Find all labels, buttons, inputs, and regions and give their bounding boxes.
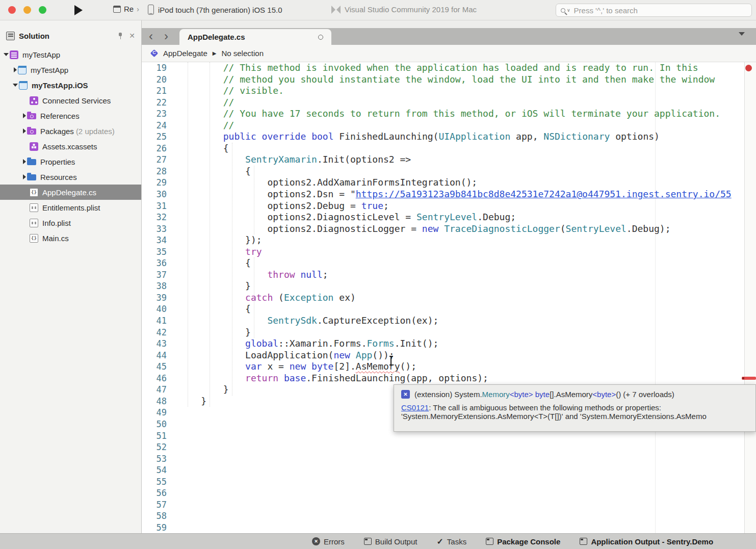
device-target-selector[interactable]: iPod touch (7th generation) iOS 15.0: [148, 5, 282, 15]
code-line-36[interactable]: 36 {: [142, 257, 744, 269]
tree-item-packages[interactable]: Packages(2 updates): [0, 123, 141, 139]
bottom-panel-bar: ErrorsBuild OutputTasksPackage ConsoleAp…: [0, 533, 756, 549]
code-line-27[interactable]: 27 SentryXamarin.Init(options2 =>: [142, 154, 744, 166]
code-line-32[interactable]: 32 options2.DiagnosticLevel = SentryLeve…: [142, 212, 744, 223]
error-indicator-dot[interactable]: [745, 65, 752, 71]
build-configuration-selector[interactable]: Re ›: [113, 5, 139, 13]
code-token: {: [245, 303, 251, 314]
code-line-29[interactable]: 29 options2.AddXamarinFormsIntegration()…: [142, 177, 744, 189]
tree-item-references[interactable]: References: [0, 108, 141, 123]
code-line-57[interactable]: 57: [142, 499, 744, 511]
line-number: 24: [142, 120, 174, 132]
panel-build-output[interactable]: Build Output: [364, 537, 418, 546]
window-title-text: Visual Studio Community 2019 for Mac: [345, 5, 477, 14]
code-token: (: [273, 292, 284, 303]
traffic-light-close-button[interactable]: [8, 6, 16, 14]
code-line-25[interactable]: 25 public override bool FinishedLaunchin…: [142, 131, 744, 143]
code-line-20[interactable]: 20 // method you should instantiate the …: [142, 74, 744, 86]
code-line-42[interactable]: 42 }: [142, 327, 744, 338]
code-editor[interactable]: 19 // This method is invoked when the ap…: [142, 62, 744, 533]
code-line-59[interactable]: 59: [142, 522, 744, 533]
code-line-26[interactable]: 26 {: [142, 143, 744, 154]
code-line-56[interactable]: 56: [142, 487, 744, 499]
code-line-45[interactable]: 45 var x = new byte[2].AsMemory();: [142, 361, 744, 373]
traffic-light-zoom-button[interactable]: [39, 6, 46, 14]
link-text[interactable]: https://5a193123a9b841bc8d8e42531e7242a1…: [356, 189, 732, 199]
panel-application-output-sentry-demo[interactable]: Application Output - Sentry.Demo: [580, 537, 713, 546]
tree-item-properties[interactable]: Properties: [0, 154, 141, 169]
code-line-21[interactable]: 21 // visible.: [142, 85, 744, 97]
code-line-37[interactable]: 37 throw null;: [142, 269, 744, 281]
code-line-53[interactable]: 53: [142, 453, 744, 465]
code-line-52[interactable]: 52: [142, 441, 744, 453]
tab-list-dropdown-icon[interactable]: [739, 32, 745, 36]
code-line-54[interactable]: 54: [142, 464, 744, 476]
tree-item-resources[interactable]: Resources: [0, 169, 141, 185]
code-line-40[interactable]: 40 {: [142, 303, 744, 315]
code-token: options2.Dsn = ": [267, 189, 355, 199]
panel-package-console[interactable]: Package Console: [486, 537, 560, 546]
panel-errors[interactable]: Errors: [312, 537, 345, 546]
tree-item-connected-services[interactable]: Connected Services: [0, 93, 141, 108]
line-number: 57: [142, 499, 174, 511]
code-line-46[interactable]: 46 return base.FinishedLaunching(app, op…: [142, 373, 744, 384]
panel-tasks[interactable]: Tasks: [436, 537, 466, 546]
expander-icon[interactable]: [13, 84, 18, 87]
code-line-44[interactable]: 44 LoadApplication(new App());: [142, 350, 744, 361]
tree-item-entitlements-plist[interactable]: Entitlements.plist: [0, 200, 141, 215]
tree-item-mytestapp-ios[interactable]: myTestApp.iOS: [0, 77, 141, 93]
code-token: Exception: [284, 292, 334, 303]
code-line-58[interactable]: 58: [142, 510, 744, 522]
code-token: byte: [311, 361, 333, 372]
code-token: }: [201, 396, 206, 406]
code-token: return: [245, 373, 278, 383]
run-button[interactable]: [74, 5, 83, 15]
expander-icon[interactable]: [14, 67, 17, 72]
link-text[interactable]: CS0121: [401, 403, 429, 412]
code-line-30[interactable]: 30 options2.Dsn = "https://5a193123a9b84…: [142, 189, 744, 200]
code-line-35[interactable]: 35 try: [142, 246, 744, 258]
code-line-55[interactable]: 55: [142, 476, 744, 488]
breadcrumb-class[interactable]: AppDelegate: [163, 49, 207, 58]
navigate-back-button[interactable]: ‹: [149, 29, 153, 44]
expander-icon[interactable]: [4, 53, 9, 56]
expander-icon[interactable]: [23, 113, 26, 118]
error-marker[interactable]: [742, 377, 756, 380]
code-line-23[interactable]: 23 // You have 17 seconds to return from…: [142, 108, 744, 120]
tree-item-assets-xcassets[interactable]: Assets.xcassets: [0, 139, 141, 154]
code-line-28[interactable]: 28 {: [142, 166, 744, 177]
code-line-24[interactable]: 24 //: [142, 120, 744, 132]
editor-scrollbar[interactable]: [744, 62, 756, 533]
tree-item-mytestapp[interactable]: myTestApp: [0, 62, 141, 77]
expander-icon[interactable]: [23, 174, 26, 179]
code-line-43[interactable]: 43 global::Xamarin.Forms.Forms.Init();: [142, 338, 744, 350]
code-line-19[interactable]: 19 // This method is invoked when the ap…: [142, 62, 744, 74]
expander-icon[interactable]: [23, 159, 26, 164]
tree-item-info-plist[interactable]: Info.plist: [0, 215, 141, 230]
tab-appdelegate[interactable]: AppDelegate.cs: [179, 29, 331, 45]
code-line-39[interactable]: 39 catch (Exception ex): [142, 292, 744, 304]
search-input[interactable]: [574, 6, 727, 15]
code-line-22[interactable]: 22 //: [142, 97, 744, 109]
code-line-31[interactable]: 31 options2.Debug = true;: [142, 200, 744, 212]
code-line-41[interactable]: 41 SentrySdk.CaptureException(ex);: [142, 315, 744, 327]
tree-item-label: Connected Services: [42, 96, 111, 105]
expander-icon[interactable]: [23, 128, 26, 134]
code-token: base: [284, 373, 306, 383]
breadcrumb-selection[interactable]: No selection: [221, 49, 264, 58]
tree-item-appdelegate-cs[interactable]: AppDelegate.cs: [0, 185, 141, 200]
tree-item-mytestapp[interactable]: myTestApp: [0, 47, 141, 62]
code-token: LoadApplication(: [245, 350, 333, 360]
traffic-light-minimize-button[interactable]: [23, 6, 31, 14]
code-line-38[interactable]: 38 }: [142, 280, 744, 292]
code-text: global::Xamarin.Forms.Forms.Init();: [174, 338, 438, 350]
tree-item-main-cs[interactable]: Main.cs: [0, 230, 141, 246]
code-line-34[interactable]: 34 });: [142, 234, 744, 246]
code-token: <byte>: [592, 390, 616, 399]
tree-item-label: Resources: [40, 173, 77, 181]
code-line-33[interactable]: 33 options2.DiagnosticLogger = new Trace…: [142, 223, 744, 235]
navigate-forward-button[interactable]: ›: [164, 29, 168, 44]
close-icon[interactable]: ✕: [129, 32, 135, 39]
global-search-box[interactable]: ∨: [556, 4, 752, 17]
pin-icon[interactable]: [117, 32, 124, 39]
